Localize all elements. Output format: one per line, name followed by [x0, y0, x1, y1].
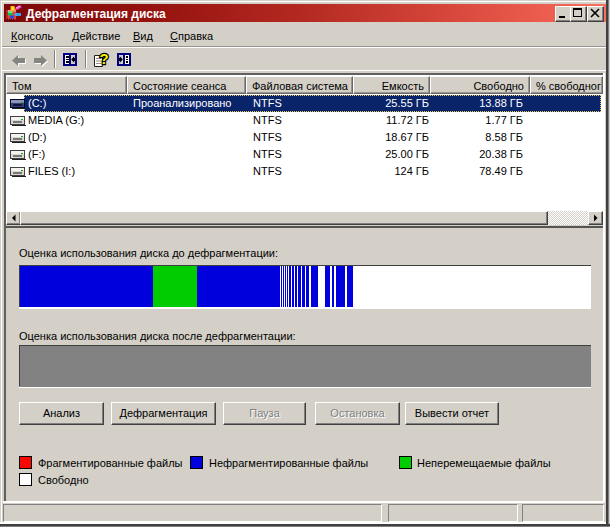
svg-text:?: ? [99, 51, 108, 67]
